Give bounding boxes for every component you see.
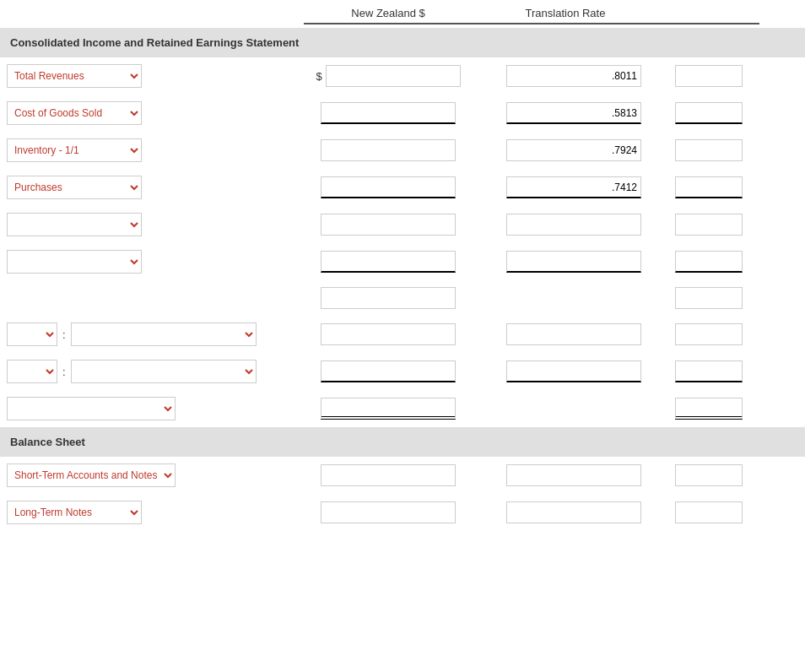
total-revenues-nz-col: $: [304, 65, 473, 87]
short-term-rate-input[interactable]: [506, 464, 641, 486]
total-revenues-nz-input[interactable]: [326, 65, 461, 87]
paired2-nz-col: [304, 360, 473, 382]
paired1-result-input[interactable]: [675, 323, 743, 345]
cogs-nz-input[interactable]: [321, 102, 456, 124]
purchases-select[interactable]: Purchases: [7, 176, 142, 199]
colon-sep-2: :: [62, 366, 66, 378]
page-container: New Zealand $ Translation Rate Consolida…: [0, 0, 805, 672]
balance-sheet-title: Balance Sheet: [10, 436, 85, 448]
paired1-rate-input[interactable]: [506, 323, 641, 345]
blank3-result-input[interactable]: [675, 287, 743, 309]
long-term-rate-col: [473, 501, 658, 523]
blank-row-4: [0, 390, 805, 427]
paired-row-1: :: [0, 316, 805, 353]
inventory-result-col: [658, 139, 759, 161]
inventory-nz-input[interactable]: [321, 139, 456, 161]
long-term-rate-input[interactable]: [506, 501, 641, 523]
blank1-label-col: [0, 213, 304, 236]
blank1-select[interactable]: [7, 213, 142, 236]
paired1-select-b[interactable]: [71, 322, 257, 346]
balance-sheet-header: Balance Sheet: [0, 427, 805, 457]
blank3-nz-input[interactable]: [321, 287, 456, 309]
total-revenues-select[interactable]: Total Revenues: [7, 64, 142, 88]
cogs-rate-input[interactable]: [506, 102, 641, 124]
total-revenues-rate-input[interactable]: [506, 65, 641, 87]
cogs-select[interactable]: Cost of Goods Sold: [7, 101, 142, 125]
cogs-result-input[interactable]: [675, 102, 743, 124]
colon-sep-1: :: [62, 328, 66, 341]
blank2-result-input[interactable]: [675, 251, 743, 273]
long-term-select[interactable]: Long-Term Notes: [7, 501, 142, 524]
short-term-nz-col: [304, 464, 473, 486]
paired1-select-a[interactable]: [7, 322, 57, 346]
long-term-nz-input[interactable]: [321, 501, 456, 523]
blank2-nz-input[interactable]: [321, 251, 456, 273]
paired2-label-col: :: [0, 360, 304, 383]
cogs-rate-col: [473, 102, 658, 124]
rate-header-text: Translation Rate: [473, 7, 658, 24]
short-term-nz-input[interactable]: [321, 464, 456, 486]
header-rate-col: Translation Rate: [473, 7, 658, 28]
header-nz-col: New Zealand $: [304, 7, 473, 28]
inventory-result-input[interactable]: [675, 139, 743, 161]
long-term-result-col: [658, 501, 759, 523]
short-term-rate-col: [473, 464, 658, 486]
income-statement-title: Consolidated Income and Retained Earning…: [10, 36, 299, 49]
inventory-select[interactable]: Inventory - 1/1: [7, 138, 142, 162]
inventory-rate-input[interactable]: [506, 139, 641, 161]
purchases-result-col: [658, 176, 759, 198]
purchases-rate-input[interactable]: [506, 176, 641, 198]
nz-header-text: New Zealand $: [304, 7, 473, 24]
blank1-result-input[interactable]: [675, 214, 743, 236]
long-term-row: Long-Term Notes: [0, 494, 805, 531]
blank2-rate-input[interactable]: [506, 251, 641, 273]
blank1-nz-input[interactable]: [321, 214, 456, 236]
paired2-select-a[interactable]: [7, 360, 57, 383]
total-revenues-result-input[interactable]: [675, 65, 743, 87]
total-revenues-rate-col: [473, 65, 658, 87]
purchases-result-input[interactable]: [675, 176, 743, 198]
paired2-result-input[interactable]: [675, 360, 743, 382]
purchases-rate-col: [473, 176, 658, 198]
short-term-result-input[interactable]: [675, 464, 743, 486]
paired1-nz-input[interactable]: [321, 323, 456, 345]
cogs-label-col: Cost of Goods Sold: [0, 101, 304, 125]
paired2-rate-input[interactable]: [506, 360, 641, 382]
blank2-nz-col: [304, 251, 473, 273]
long-term-result-input[interactable]: [675, 501, 743, 523]
blank1-result-col: [658, 214, 759, 236]
short-term-row: Short-Term Accounts and Notes: [0, 457, 805, 494]
header-row: New Zealand $ Translation Rate: [0, 0, 805, 28]
dollar-sign: $: [316, 70, 321, 83]
blank4-result-input[interactable]: [675, 398, 743, 420]
paired1-label-col: :: [0, 322, 304, 346]
purchases-row: Purchases: [0, 169, 805, 206]
paired2-rate-col: [473, 360, 658, 382]
income-statement-header: Consolidated Income and Retained Earning…: [0, 28, 805, 57]
blank-row-3: [0, 280, 805, 316]
paired2-result-col: [658, 360, 759, 382]
paired1-rate-col: [473, 323, 658, 345]
short-term-label-col: Short-Term Accounts and Notes: [0, 463, 304, 487]
purchases-nz-col: [304, 176, 473, 198]
blank2-rate-col: [473, 251, 658, 273]
purchases-label-col: Purchases: [0, 176, 304, 199]
long-term-label-col: Long-Term Notes: [0, 501, 304, 524]
header-result-col: [658, 19, 759, 28]
short-term-select[interactable]: Short-Term Accounts and Notes: [7, 463, 176, 487]
blank4-label-col: [0, 397, 304, 420]
paired2-nz-input[interactable]: [321, 360, 456, 382]
blank4-select[interactable]: [7, 397, 176, 420]
paired1-result-col: [658, 323, 759, 345]
purchases-nz-input[interactable]: [321, 176, 456, 198]
inventory-label-col: Inventory - 1/1: [0, 138, 304, 162]
blank4-nz-col: [304, 398, 473, 420]
paired1-nz-col: [304, 323, 473, 345]
blank1-nz-col: [304, 214, 473, 236]
blank1-rate-input[interactable]: [506, 214, 641, 236]
blank4-nz-input[interactable]: [321, 398, 456, 420]
total-revenues-row: Total Revenues $: [0, 57, 805, 95]
total-revenues-result-col: [658, 65, 759, 87]
blank2-select[interactable]: [7, 250, 142, 274]
paired2-select-b[interactable]: [71, 360, 257, 383]
